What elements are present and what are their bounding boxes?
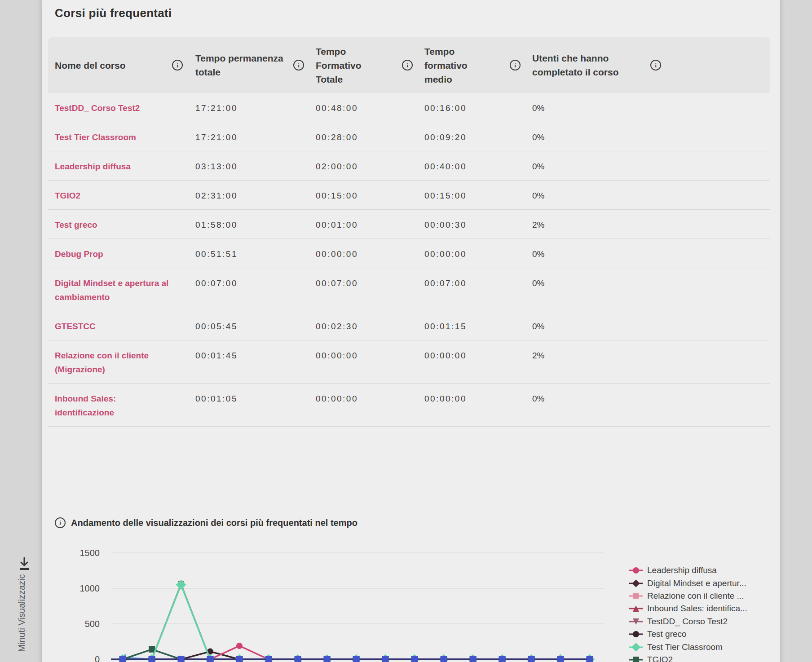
cell-tempo-permanenza: 00:01:05	[195, 392, 316, 406]
cell-tempo-formativo-medio: 00:07:00	[424, 276, 532, 290]
cell-tempo-permanenza: 03:13:00	[195, 159, 316, 173]
legend-label: TGIO2	[647, 655, 673, 662]
column-label: Tempo permanenza totale	[195, 51, 285, 79]
data-point-marker	[119, 656, 126, 662]
legend-label: Inbound Sales: identifica...	[647, 604, 747, 613]
data-point-marker	[528, 656, 535, 662]
legend-item[interactable]: Leadership diffusa	[629, 564, 747, 577]
series-line	[123, 585, 590, 659]
cell-tempo-formativo-totale: 00:07:00	[316, 276, 424, 290]
cell-utenti-completato: 0%	[532, 130, 770, 144]
legend-marker-icon	[629, 592, 643, 600]
legend-item[interactable]: Test greco	[629, 628, 747, 640]
data-point-marker	[207, 656, 214, 662]
legend-item[interactable]: Relazione con il cliente ...	[629, 590, 747, 602]
cell-tempo-formativo-totale: 00:01:00	[316, 218, 424, 232]
info-icon[interactable]: i	[650, 60, 661, 71]
cell-utenti-completato: 2%	[532, 218, 770, 232]
cell-tempo-formativo-totale: 00:02:30	[316, 319, 424, 333]
data-point-marker	[324, 656, 331, 662]
y-tick-label: 0	[95, 654, 100, 662]
chart-legend: Leadership diffusaDigital Mindset e aper…	[629, 564, 747, 662]
cell-tempo-formativo-totale: 00:00:00	[316, 247, 424, 261]
cell-utenti-completato: 2%	[532, 349, 770, 362]
cell-tempo-permanenza: 00:05:45	[195, 319, 316, 333]
data-point-marker	[557, 656, 564, 662]
legend-label: Test greco	[647, 629, 687, 639]
course-link[interactable]: Test Tier Classroom	[55, 130, 173, 144]
legend-marker-icon	[629, 579, 643, 587]
course-link[interactable]: GTESTCC	[55, 319, 173, 333]
course-link[interactable]: Digital Mindset e apertura al cambiament…	[55, 276, 173, 304]
cell-tempo-permanenza: 00:01:45	[195, 349, 316, 362]
data-point-marker	[470, 656, 477, 662]
data-point-marker	[411, 656, 418, 662]
column-header-tempo-formativo-medio: Tempo formativo medio i	[424, 44, 532, 86]
table-header: Nome del corso i Tempo permanenza totale…	[48, 37, 770, 93]
info-icon[interactable]: i	[510, 60, 521, 71]
column-label: Nome del corso	[55, 58, 126, 72]
cell-tempo-formativo-medio: 00:40:00	[424, 159, 532, 173]
cell-tempo-formativo-medio: 00:01:15	[424, 319, 532, 333]
cell-tempo-formativo-totale: 00:15:00	[316, 189, 424, 203]
data-point-marker	[265, 656, 272, 662]
cell-utenti-completato: 0%	[532, 189, 770, 203]
info-icon[interactable]: i	[402, 60, 413, 71]
cell-utenti-completato: 0%	[532, 101, 770, 115]
legend-item[interactable]: TGIO2	[629, 653, 747, 662]
series-line	[123, 584, 590, 659]
data-point-marker	[178, 656, 185, 662]
data-point-marker	[499, 656, 506, 662]
y-tick-label: 500	[85, 619, 100, 629]
info-icon[interactable]: i	[293, 60, 304, 71]
course-link[interactable]: TestDD_ Corso Test2	[55, 101, 173, 115]
table-row: TestDD_ Corso Test217:21:0000:48:0000:16…	[48, 93, 770, 122]
legend-label: Leadership diffusa	[647, 565, 717, 575]
course-link[interactable]: Relazione con il cliente (Migrazione)	[55, 349, 173, 376]
cell-tempo-formativo-medio: 00:00:30	[424, 218, 532, 232]
cell-tempo-formativo-totale: 00:00:00	[316, 349, 424, 362]
data-point-marker	[441, 656, 447, 662]
course-link[interactable]: Debug Prop	[55, 247, 173, 261]
course-link[interactable]: Leadership diffusa	[55, 159, 173, 173]
cell-tempo-formativo-medio: 00:15:00	[424, 189, 532, 203]
column-label: Tempo Formativo Totale	[316, 44, 367, 86]
legend-marker-icon	[629, 630, 643, 638]
y-tick-label: 1500	[80, 548, 100, 558]
cell-tempo-formativo-totale: 02:00:00	[316, 159, 424, 173]
table-row: Test greco01:58:0000:01:0000:00:302%	[48, 210, 770, 239]
courses-table: Nome del corso i Tempo permanenza totale…	[48, 37, 770, 427]
cell-tempo-permanenza: 17:21:00	[195, 101, 316, 115]
table-row: Test Tier Classroom17:21:0000:28:0000:09…	[48, 122, 770, 151]
cell-tempo-permanenza: 02:31:00	[195, 189, 316, 203]
legend-item[interactable]: Test Tier Classroom	[629, 640, 747, 653]
legend-marker-icon	[629, 566, 643, 574]
data-point-marker	[587, 656, 593, 662]
course-link[interactable]: TGIO2	[55, 189, 173, 203]
legend-label: Relazione con il cliente ...	[647, 591, 744, 601]
column-header-tempo-formativo-totale: Tempo Formativo Totale i	[316, 44, 424, 86]
course-link[interactable]: Inbound Sales: identificazione	[55, 392, 173, 419]
legend-item[interactable]: TestDD_ Corso Test2	[629, 615, 747, 628]
legend-marker-icon	[629, 618, 643, 626]
cell-tempo-formativo-medio: 00:00:00	[424, 247, 532, 261]
column-header-nome-corso: Nome del corso i	[55, 58, 195, 72]
cell-tempo-formativo-medio: 00:00:00	[424, 392, 532, 406]
legend-marker-icon	[629, 605, 643, 613]
column-label: Utenti che hanno completato il corso	[532, 51, 627, 79]
table-row: GTESTCC00:05:4500:02:3000:01:150%	[48, 311, 770, 340]
legend-item[interactable]: Inbound Sales: identifica...	[629, 602, 747, 615]
y-tick-label: 1000	[80, 583, 100, 593]
table-row: Relazione con il cliente (Migrazione)00:…	[48, 340, 770, 384]
cell-tempo-permanenza: 01:58:00	[195, 218, 316, 232]
table-row: TGIO202:31:0000:15:0000:15:000%	[48, 181, 770, 210]
data-point-marker	[382, 656, 389, 662]
legend-label: TestDD_ Corso Test2	[647, 617, 728, 627]
data-point-marker	[295, 656, 301, 662]
table-row: Leadership diffusa03:13:0002:00:0000:40:…	[48, 151, 770, 181]
column-label: Tempo formativo medio	[424, 44, 476, 86]
course-link[interactable]: Test greco	[55, 218, 173, 232]
cell-tempo-permanenza: 00:07:00	[195, 276, 316, 290]
legend-item[interactable]: Digital Mindset e apertur...	[629, 577, 747, 589]
info-icon[interactable]: i	[172, 60, 183, 71]
